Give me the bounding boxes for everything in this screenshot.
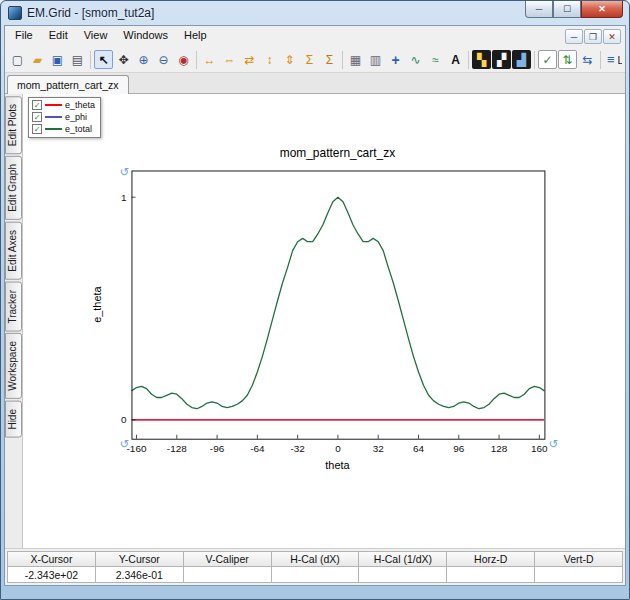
chart-canvas[interactable]: mom_pattern_cart_zx e_theta theta -160-1… xyxy=(23,94,625,548)
sum-x-button[interactable]: Σ xyxy=(300,50,319,69)
menu-item-help[interactable]: Help xyxy=(176,26,215,47)
zoom-out-button[interactable]: ⊖ xyxy=(154,50,173,69)
menu-items: FileEditViewWindowsHelp xyxy=(7,26,215,47)
status-header-horz-d: Horz-D xyxy=(447,551,535,567)
x-tick-label: 64 xyxy=(413,443,425,454)
menu-item-windows[interactable]: Windows xyxy=(115,26,176,47)
fit-y-button[interactable]: ⇕ xyxy=(280,50,299,69)
expand-x-button[interactable]: ↔ xyxy=(200,50,219,69)
mdi-minimize-button[interactable]: ─ xyxy=(565,29,583,44)
sum-y-button[interactable]: Σ xyxy=(320,50,339,69)
save-button[interactable]: ▣ xyxy=(48,50,67,69)
y-axis-label: e_theta xyxy=(91,285,103,322)
status-header-h-cal-dx: H-Cal (dX) xyxy=(272,551,360,567)
close-button[interactable]: ✕ xyxy=(581,1,623,18)
open-file-button[interactable]: ▰ xyxy=(28,50,47,69)
legend-checkbox-e-theta[interactable]: ✓ xyxy=(32,100,42,110)
sidebar: Edit PlotsEdit GraphEdit AxesTrackerWork… xyxy=(5,94,22,548)
document-tabbar: mom_pattern_cart_zx xyxy=(5,73,625,94)
layout-button[interactable]: ≡Layou xyxy=(607,52,622,67)
fit-x-button[interactable]: ⇔ xyxy=(220,50,239,69)
x-tick-label: 128 xyxy=(491,443,508,454)
status-header-h-cal-1-dx: H-Cal (1/dX) xyxy=(359,551,447,567)
minimize-button[interactable]: ─ xyxy=(525,1,553,18)
toolbar-separator xyxy=(534,51,535,69)
menu-item-file[interactable]: File xyxy=(7,26,41,47)
spectrum-view-button[interactable]: ▟ xyxy=(512,50,531,69)
snap-checkbox[interactable]: ✓ xyxy=(538,50,557,69)
curve-tool-button[interactable]: ∿ xyxy=(406,50,425,69)
legend-checkbox-e-phi[interactable]: ✓ xyxy=(32,112,42,122)
y-tick-label: 1 xyxy=(121,192,127,203)
sidebar-tab-tracker[interactable]: Tracker xyxy=(5,282,22,332)
series-group xyxy=(131,197,544,420)
legend-label: e_theta xyxy=(65,100,95,110)
x-tick-label: -160 xyxy=(127,443,147,454)
mdi-close-button[interactable]: ✕ xyxy=(603,29,621,44)
mdi-window-controls: ─❐✕ xyxy=(564,29,623,44)
x-tick-label: 32 xyxy=(373,443,385,454)
pan-x-button[interactable]: ⇄ xyxy=(240,50,259,69)
legend-item-e-theta[interactable]: ✓e_theta xyxy=(32,100,95,110)
status-header-y-cursor: Y-Cursor xyxy=(96,551,184,567)
window-footer xyxy=(1,586,629,599)
y-tick-label: 0 xyxy=(121,414,127,425)
x-tick-label: -128 xyxy=(167,443,187,454)
app-icon xyxy=(8,6,22,20)
tab-mom-pattern-cart-zx[interactable]: mom_pattern_cart_zx xyxy=(7,75,129,94)
maximize-button[interactable]: ☐ xyxy=(553,1,581,18)
step-spinner[interactable]: ⇅ xyxy=(558,50,577,69)
legend-box[interactable]: ✓e_theta✓e_phi✓e_total xyxy=(28,97,101,138)
sidebar-tab-edit-axes[interactable]: Edit Axes xyxy=(5,222,22,280)
legend-item-e-phi[interactable]: ✓e_phi xyxy=(32,112,95,122)
status-header-x-cursor: X-Cursor xyxy=(7,551,96,567)
series-e_total[interactable] xyxy=(131,197,544,409)
sidebar-tab-edit-graph[interactable]: Edit Graph xyxy=(5,156,22,220)
app-window: EM.Grid - [smom_tut2a] ─☐✕ FileEditViewW… xyxy=(0,0,630,600)
x-tick-label: 0 xyxy=(335,443,341,454)
mdi-restore-button[interactable]: ❐ xyxy=(584,29,602,44)
expand-y-button[interactable]: ↕ xyxy=(260,50,279,69)
sidebar-tab-workspace[interactable]: Workspace xyxy=(5,333,22,399)
window-title: EM.Grid - [smom_tut2a] xyxy=(27,6,520,20)
status-value-y-cursor: 2.346e-01 xyxy=(96,567,184,583)
data-grid-button[interactable]: ▥ xyxy=(366,50,385,69)
zoom-region-button[interactable]: ◉ xyxy=(174,50,193,69)
legend-item-e-total[interactable]: ✓e_total xyxy=(32,124,95,134)
axis-zoom-handle-icon[interactable]: ↺ xyxy=(120,165,130,179)
menu-item-edit[interactable]: Edit xyxy=(41,26,76,47)
x-tick-label: -32 xyxy=(290,443,305,454)
x-axis-label: theta xyxy=(325,459,350,471)
menubar: FileEditViewWindowsHelp ─❐✕ xyxy=(5,26,625,47)
axis-zoom-handle-icon[interactable]: ↺ xyxy=(548,437,558,451)
zoom-in-button[interactable]: ⊕ xyxy=(134,50,153,69)
text-label-button[interactable]: A xyxy=(446,50,465,69)
new-file-button[interactable]: ▢ xyxy=(8,50,27,69)
sidebar-tab-edit-plots[interactable]: Edit Plots xyxy=(5,96,22,154)
legend-checkbox-e-total[interactable]: ✓ xyxy=(32,124,42,134)
legend-line-sample xyxy=(45,116,62,118)
axis-zoom-handle-icon[interactable]: ↺ xyxy=(120,437,130,451)
add-trace-button[interactable]: + xyxy=(386,50,405,69)
sidebar-tab-hide[interactable]: Hide xyxy=(5,401,22,438)
pattern-view-button[interactable]: ▚ xyxy=(472,50,491,69)
menu-item-view[interactable]: View xyxy=(76,26,116,47)
titlebar[interactable]: EM.Grid - [smom_tut2a] ─☐✕ xyxy=(1,1,629,25)
pointer-tool-button[interactable]: ↖ xyxy=(94,50,113,69)
print-button[interactable]: ▤ xyxy=(68,50,87,69)
status-value-horz-d xyxy=(447,567,535,583)
toolbar-separator xyxy=(196,51,197,69)
x-tick-label: 96 xyxy=(453,443,465,454)
smooth-tool-button[interactable]: ≈ xyxy=(426,50,445,69)
waveform-view-button[interactable]: ▞ xyxy=(492,50,511,69)
toolbar-separator xyxy=(468,51,469,69)
x-tick-label: -96 xyxy=(210,443,225,454)
legend-line-sample xyxy=(45,104,62,106)
pan-tool-button[interactable]: ✥ xyxy=(114,50,133,69)
window-controls: ─☐✕ xyxy=(525,1,623,18)
data-table-button[interactable]: ▦ xyxy=(346,50,365,69)
main-area: Edit PlotsEdit GraphEdit AxesTrackerWork… xyxy=(5,94,625,548)
x-tick-label: -64 xyxy=(250,443,265,454)
link-axes-button[interactable]: ⇆ xyxy=(578,50,597,69)
legend-label: e_total xyxy=(65,124,92,134)
